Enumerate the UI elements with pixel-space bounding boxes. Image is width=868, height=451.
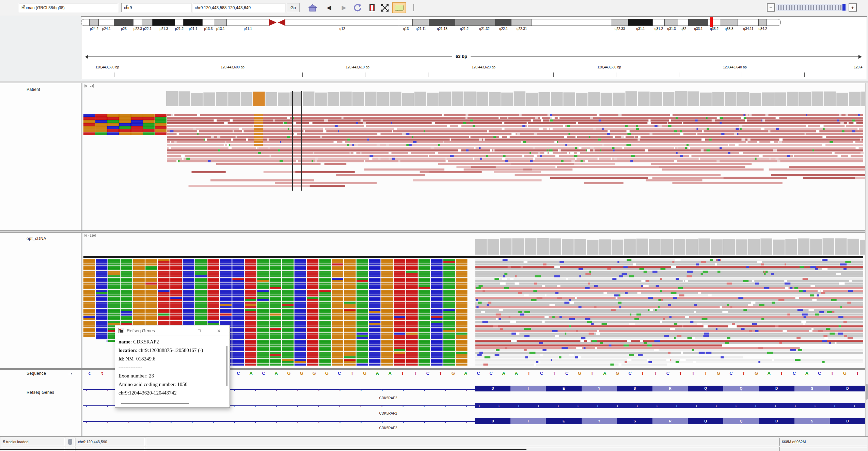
- home-button[interactable]: [306, 2, 319, 13]
- strand-arrow-icon: ‹: [318, 404, 319, 408]
- ideogram-band-label: q34.11: [743, 27, 754, 31]
- strand-arrow-icon: ‹: [107, 387, 108, 392]
- genome-select[interactable]: Human (GRCh38/hg38) ▾: [19, 3, 118, 12]
- chromosome-ideogram[interactable]: [81, 19, 781, 26]
- ideogram-band-label: p13.3: [204, 27, 212, 31]
- sequence-base: G: [325, 371, 329, 375]
- forward-arrow-icon: ▶: [342, 5, 346, 11]
- memory-status[interactable]: 668M of 962M: [779, 438, 867, 446]
- amino-acid-block: S: [617, 418, 652, 424]
- strand-arrow-icon: ‹: [466, 404, 467, 408]
- main-toolbar: Human (GRCh38/hg38) ▾ chr9 ▾ Go ◀ ▶: [0, 0, 868, 16]
- zoom-current-level-tick[interactable]: [842, 4, 846, 11]
- tracks-loaded-status: 5 tracks loaded: [1, 438, 65, 446]
- zoom-tick: [789, 5, 790, 10]
- sequence-base: C: [237, 371, 240, 375]
- refseq-popup-window[interactable]: Refseq Genes — □ × name: CDK5RAP2locatio…: [115, 325, 230, 408]
- zoom-tick: [778, 5, 779, 10]
- close-button[interactable]: ×: [214, 327, 224, 334]
- ideogram-band: [689, 19, 708, 26]
- sequence-base: G: [578, 371, 581, 375]
- gene-exon-block[interactable]: ‹‹‹‹‹‹‹‹‹‹‹‹‹‹‹‹‹‹‹‹: [475, 403, 865, 408]
- panel-separator[interactable]: [0, 81, 868, 83]
- sequence-base: G: [755, 371, 758, 375]
- strand-arrow-icon: ‹: [577, 404, 579, 408]
- cdna-track-label-column[interactable]: opt_cDNA: [0, 233, 82, 368]
- zoom-tick: [816, 5, 817, 10]
- zoom-in-button[interactable]: +: [849, 3, 857, 12]
- sequence-base: T: [705, 371, 707, 375]
- strand-arrow-icon: ‹: [636, 404, 638, 408]
- strand-arrow-icon: ‹: [276, 404, 277, 408]
- strand-arrow-icon: ‹: [755, 404, 756, 408]
- gene-name-label[interactable]: CDK5RAP2: [379, 396, 397, 400]
- go-button[interactable]: Go: [287, 3, 300, 12]
- strand-arrow-icon: ‹: [557, 404, 559, 408]
- sequence-strand-arrow-icon[interactable]: →: [67, 370, 73, 376]
- window-bottom-edge: [0, 449, 526, 450]
- feature-track-label-column[interactable]: Sequence Refseq Genes: [0, 370, 82, 436]
- patient-track-data[interactable]: [0 - 93]: [83, 83, 865, 230]
- minimize-button[interactable]: —: [176, 327, 186, 334]
- locus-input[interactable]: [193, 3, 285, 12]
- ideogram-band: [738, 19, 759, 26]
- zoom-tick: [840, 5, 841, 10]
- ideogram-band-label: p23: [121, 27, 127, 31]
- ruler-position-label: 120,4: [854, 65, 862, 69]
- sequence-base: T: [401, 371, 404, 375]
- ideogram-band: [142, 19, 153, 26]
- popup-title-bar[interactable]: Refseq Genes — □ ×: [115, 325, 230, 336]
- panel-separator[interactable]: [0, 230, 868, 233]
- maximize-button[interactable]: □: [194, 327, 204, 334]
- sequence-track-label[interactable]: Sequence: [27, 371, 46, 376]
- patient-alignment-canvas[interactable]: [83, 83, 865, 230]
- ideogram-band: [184, 19, 203, 26]
- amino-acid-block: D: [830, 418, 865, 424]
- zoom-out-button[interactable]: −: [767, 3, 775, 12]
- back-button[interactable]: ◀: [323, 2, 335, 13]
- vertical-scrollbar[interactable]: [865, 83, 868, 436]
- strand-arrow-icon: ‹: [318, 387, 319, 392]
- sequence-base: C: [818, 371, 821, 375]
- zoom-slider[interactable]: [776, 4, 847, 11]
- sequence-base: G: [300, 371, 303, 375]
- zoom-tick: [821, 5, 822, 10]
- refseq-track-label[interactable]: Refseq Genes: [27, 390, 54, 395]
- ruler-tick: [240, 73, 240, 77]
- strand-arrow-icon: ‹: [212, 419, 214, 424]
- fit-to-window-button[interactable]: [379, 2, 391, 13]
- centromere-icon: [269, 19, 277, 26]
- gene-name-label[interactable]: CDK5RAP2: [379, 426, 397, 430]
- status-box-edge: [779, 447, 867, 451]
- popup-line: chr9:120443620-120443742: [119, 389, 223, 397]
- vertical-scrollbar-thumb[interactable]: [866, 384, 868, 400]
- popup-vertical-scrollbar[interactable]: [226, 346, 227, 386]
- amino-acid-band[interactable]: DIEYSRQQDSD: [475, 418, 865, 424]
- amino-acid-block: E: [546, 386, 581, 391]
- ruler-tick: [616, 73, 616, 77]
- strand-arrow-icon: ‹: [381, 387, 383, 392]
- zoom-tick: [780, 5, 782, 10]
- define-region-button[interactable]: [366, 2, 378, 13]
- amino-acid-band[interactable]: DIEYSRQQDSD: [475, 386, 865, 391]
- strand-arrow-icon: ‹: [149, 419, 151, 424]
- sequence-base: C: [565, 371, 568, 375]
- sequence-base: T: [351, 371, 353, 375]
- ideogram-band-label: q31.2: [654, 27, 663, 31]
- strand-arrow-icon: ‹: [255, 419, 256, 424]
- patient-track-label[interactable]: Patient: [27, 87, 40, 92]
- sequence-base: T: [831, 371, 834, 375]
- gene-intron-line[interactable]: [83, 421, 475, 422]
- popup-horizontal-scrollbar[interactable]: [121, 403, 189, 404]
- strand-arrow-icon: ‹: [255, 387, 256, 392]
- refresh-button[interactable]: [351, 2, 364, 13]
- gene-name-label[interactable]: CDK5RAP2: [379, 412, 397, 415]
- patient-track-label-column[interactable]: Patient: [0, 83, 82, 230]
- ideogram-band: [455, 19, 473, 26]
- chromosome-select[interactable]: chr9 ▾: [121, 3, 191, 12]
- strand-arrow-icon: ‹: [170, 419, 172, 424]
- popup-text-toggle-button[interactable]: [392, 2, 406, 13]
- sequence-base: T: [654, 371, 657, 375]
- forward-button[interactable]: ▶: [338, 2, 350, 13]
- cdna-track-label[interactable]: opt_cDNA: [27, 236, 46, 241]
